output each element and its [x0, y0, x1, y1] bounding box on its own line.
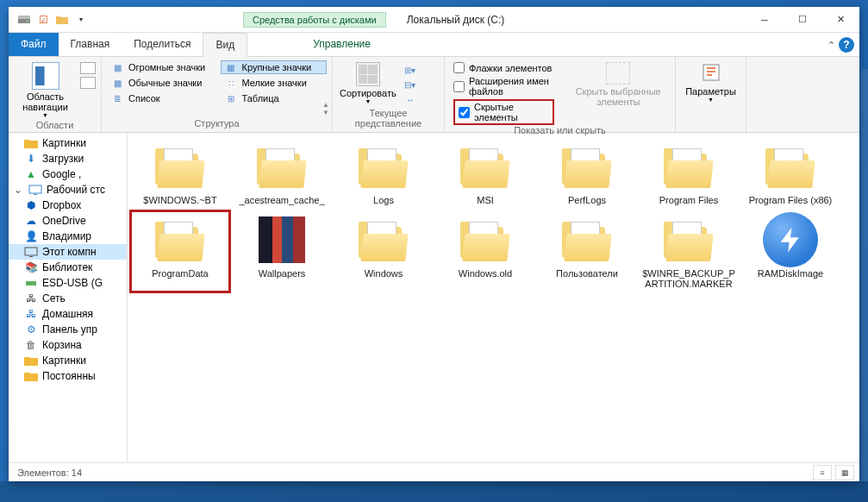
tree-item[interactable]: Картинки — [9, 353, 127, 368]
chevron-up-icon[interactable]: ⌃ — [827, 40, 835, 51]
tree-item[interactable]: ESD-USB (G — [9, 275, 127, 291]
folder-item[interactable]: Пользователи — [536, 210, 638, 293]
layout-small[interactable]: ∷Мелкие значки — [221, 76, 328, 90]
layout-options: ▦Огромные значки ▦Крупные значки ▦Обычны… — [107, 60, 327, 105]
titlebar: ☑ ▾ Средства работы с дисками Локальный … — [9, 7, 859, 33]
layout-large[interactable]: ▦Крупные значки — [221, 60, 328, 74]
folder-item[interactable]: Wallpapers — [231, 210, 333, 293]
view-icons-toggle[interactable]: ▦ — [835, 465, 854, 480]
window-title: Локальный диск (C:) — [407, 14, 505, 26]
tree-item[interactable]: ⬇Загрузки — [9, 151, 127, 166]
tab-manage[interactable]: Управление — [301, 33, 383, 56]
tab-share[interactable]: Поделиться — [122, 33, 203, 56]
taskbar[interactable] — [0, 481, 868, 502]
preview-pane-button[interactable] — [80, 62, 96, 74]
tree-item[interactable]: 👤Владимир — [9, 229, 127, 244]
tab-file[interactable]: Файл — [9, 33, 59, 56]
folder-small-icon[interactable] — [55, 13, 69, 27]
sort-button[interactable]: Сортировать▼ — [338, 60, 398, 106]
tree-item[interactable]: Этот компн — [9, 244, 127, 260]
tree-item[interactable]: ☁OneDrive — [9, 213, 127, 229]
folder-item[interactable]: MSI — [434, 136, 536, 210]
folder-item[interactable]: Program Files (x86) — [740, 136, 841, 210]
folder-item[interactable]: _acestream_cache_ — [231, 136, 333, 210]
folder-item[interactable]: Program Files — [638, 136, 740, 210]
svg-rect-3 — [703, 65, 719, 80]
ribbon-group-layout: Структура — [107, 118, 327, 129]
tree-item[interactable]: 🗑Корзина — [9, 337, 127, 353]
minimize-button[interactable]: ─ — [746, 7, 784, 33]
svg-point-2 — [27, 20, 28, 22]
ribbon-group-view: Текущее представление — [338, 108, 439, 129]
add-column-icon[interactable]: ⊞▾ — [403, 64, 417, 76]
tab-home[interactable]: Главная — [59, 33, 122, 56]
svg-rect-5 — [34, 194, 37, 195]
tree-item[interactable]: Картинки — [9, 135, 127, 151]
folder-item[interactable]: Windows.old — [434, 210, 536, 293]
quick-access-toolbar: ☑ ▾ — [17, 13, 88, 27]
svg-rect-4 — [29, 185, 41, 193]
statusbar: Элементов: 14 ≡ ▦ — [9, 462, 859, 481]
explorer-window: ☑ ▾ Средства работы с дисками Локальный … — [9, 7, 859, 481]
view-details-toggle[interactable]: ≡ — [813, 465, 832, 480]
close-button[interactable]: ✕ — [821, 7, 859, 33]
tree-item[interactable]: 🖧Домашняя — [9, 306, 127, 322]
tab-view[interactable]: Вид — [203, 33, 247, 57]
svg-rect-1 — [18, 16, 30, 19]
checkbox-checked-icon[interactable]: ☑ — [36, 13, 50, 27]
tree-item[interactable]: ⌄Рабочий стс — [9, 182, 127, 198]
item-count: Элементов: 14 — [17, 467, 82, 478]
folder-item[interactable]: ProgramData — [129, 210, 231, 293]
options-button[interactable]: Параметры▼ — [681, 60, 740, 104]
folder-item[interactable]: $WINDOWS.~BT — [129, 136, 231, 210]
check-hidden-items[interactable]: Скрытые элементы — [459, 102, 549, 122]
maximize-button[interactable]: ☐ — [784, 7, 821, 33]
tree-item[interactable]: ⚙Панель упр — [9, 322, 127, 337]
layout-huge[interactable]: ▦Огромные значки — [107, 60, 214, 74]
hide-selected-button: Скрыть выбранные элементы — [566, 60, 670, 125]
folder-item[interactable]: Windows — [333, 210, 434, 293]
ribbon-group-show: Показать или скрыть — [450, 125, 670, 135]
layout-medium[interactable]: ▦Обычные значки — [107, 76, 214, 90]
svg-rect-8 — [26, 281, 36, 286]
folder-item[interactable]: $WINRE_BACKUP_PARTITION.MARKER — [638, 210, 740, 293]
layout-tiles[interactable]: ⊞Таблица — [221, 91, 328, 105]
help-icon[interactable]: ? — [839, 37, 854, 53]
layout-list[interactable]: ≣Список — [107, 91, 214, 105]
folder-item[interactable]: Logs — [333, 136, 434, 210]
group-by-icon[interactable]: ⊟▾ — [403, 78, 417, 91]
qat-dropdown-icon[interactable]: ▾ — [74, 13, 88, 27]
tree-item[interactable]: Постоянны — [9, 368, 127, 384]
tree-item[interactable]: 📚Библиотек — [9, 260, 127, 275]
folder-view[interactable]: $WINDOWS.~BT_acestream_cache_LogsMSIPerf… — [128, 133, 859, 462]
contextual-tab-label: Средства работы с дисками — [243, 12, 386, 28]
ribbon: Область навигации ▼ Области ▦Огромные зн… — [9, 57, 859, 133]
navigation-tree[interactable]: Картинки⬇Загрузки▲Google ,⌄Рабочий стс⬢D… — [9, 133, 128, 462]
navigation-pane-button[interactable]: Область навигации ▼ — [14, 60, 77, 120]
tree-item[interactable]: ▲Google , — [9, 166, 127, 182]
check-file-extensions[interactable]: Расширения имен файлов — [453, 76, 554, 97]
drive-icon — [17, 13, 31, 27]
menubar: Файл Главная Поделиться Вид Управление ⌃… — [9, 33, 859, 57]
folder-item[interactable]: RAMDiskImage — [740, 210, 841, 293]
svg-rect-6 — [25, 248, 37, 255]
tree-item[interactable]: ⬢Dropbox — [9, 198, 127, 213]
check-item-checkboxes[interactable]: Флажки элементов — [453, 62, 554, 73]
ribbon-group-panes: Области — [14, 120, 96, 130]
svg-rect-7 — [29, 256, 33, 257]
size-columns-icon[interactable]: ↔ — [403, 93, 417, 105]
details-pane-button[interactable] — [80, 77, 96, 89]
tree-item[interactable]: 🖧Сеть — [9, 291, 127, 306]
folder-item[interactable]: PerfLogs — [536, 136, 638, 210]
